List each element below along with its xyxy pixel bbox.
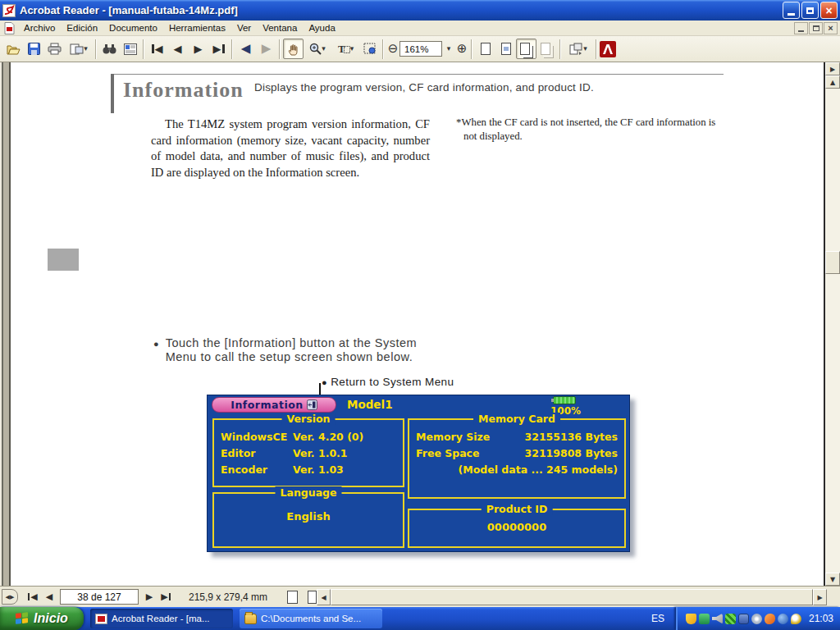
- zoom-level-input[interactable]: 161%: [399, 41, 442, 57]
- document-minimize-button[interactable]: [794, 22, 808, 34]
- search-magnifier-icon[interactable]: [791, 614, 801, 624]
- vertical-scrollbar: ▶ ▲ ▼: [825, 62, 840, 586]
- antivirus-icon[interactable]: [765, 614, 775, 624]
- find-button[interactable]: [99, 39, 120, 59]
- document-restore-button[interactable]: [809, 22, 823, 34]
- floppy-disk-icon: [28, 43, 40, 55]
- first-page-button[interactable]: ◀: [25, 589, 41, 605]
- bar-icon: [169, 593, 171, 600]
- menu-archivo[interactable]: Archivo: [18, 21, 61, 34]
- splitter-icon: ◀▶: [6, 594, 15, 600]
- menu-documento[interactable]: Documento: [103, 21, 163, 34]
- dropdown-icon: ▾: [350, 45, 354, 52]
- taskbar-item-acrobat[interactable]: Acrobat Reader - [ma...: [90, 609, 233, 628]
- previous-page-button[interactable]: ◀: [41, 589, 57, 605]
- zoom-out-button[interactable]: ⊖: [386, 39, 399, 59]
- adobe-logo[interactable]: [600, 41, 616, 57]
- version-legend: Version: [282, 413, 336, 425]
- menu-herramientas[interactable]: Herramientas: [163, 21, 231, 34]
- instruction-bullet: ● Touch the [Information] button at the …: [153, 336, 417, 364]
- vertical-scroll-thumb[interactable]: [825, 251, 840, 274]
- product-id-value: 00000000: [409, 521, 624, 533]
- facing-layout-button[interactable]: [536, 39, 557, 59]
- close-icon: ×: [825, 5, 832, 16]
- zoom-tool-button[interactable]: ▾: [304, 39, 331, 59]
- last-page-button[interactable]: ▶: [208, 39, 229, 59]
- task-label: Acrobat Reader - [ma...: [112, 614, 210, 623]
- minimize-button[interactable]: [783, 2, 800, 19]
- version-box: Version WindowsCE Ver. 4.20 (0) Editor V…: [212, 418, 404, 487]
- close-button[interactable]: ×: [820, 2, 838, 19]
- right-arrow-icon: ▶: [817, 594, 822, 601]
- menu-ventana[interactable]: Ventana: [257, 21, 303, 34]
- hand-tool-button[interactable]: [283, 39, 304, 59]
- memory-status-icon[interactable]: [725, 614, 736, 624]
- horizontal-scroll-thumb[interactable]: [331, 589, 813, 605]
- side-note-line2: not displayed.: [456, 130, 727, 144]
- left-arrow-icon: ◀: [321, 594, 326, 601]
- continuous-layout-button[interactable]: [495, 39, 516, 59]
- cd-burn-icon[interactable]: [751, 614, 762, 624]
- open-button[interactable]: [3, 39, 24, 59]
- next-page-icon: ▶: [146, 592, 153, 601]
- binoculars-icon: [103, 43, 116, 54]
- folder-task-icon: [244, 614, 257, 624]
- document-close-button[interactable]: ×: [824, 22, 838, 34]
- text-select-tool-button[interactable]: T ▾: [331, 39, 359, 59]
- section-rule: [111, 74, 724, 75]
- single-page-layout-button[interactable]: [287, 591, 298, 604]
- single-page-layout-button[interactable]: [475, 39, 495, 59]
- menu-ver[interactable]: Ver: [231, 21, 257, 34]
- zoom-in-button[interactable]: ⊕: [455, 39, 468, 59]
- first-page-button[interactable]: ◀: [147, 39, 167, 59]
- scroll-down-button[interactable]: ▼: [825, 573, 840, 586]
- network-icon[interactable]: [738, 614, 749, 624]
- acrobat-app-icon: [2, 4, 16, 17]
- nav-pane-toggle-button[interactable]: ▶: [825, 62, 840, 75]
- email-attach-button[interactable]: ▾: [65, 39, 93, 59]
- start-button[interactable]: Inicio: [0, 607, 84, 630]
- next-page-button[interactable]: ▶: [141, 589, 158, 605]
- next-page-button[interactable]: ▶: [188, 39, 208, 59]
- rotate-view-button[interactable]: ▾: [564, 39, 593, 59]
- update-globe-icon[interactable]: [778, 614, 788, 624]
- pdf-document-icon: [4, 22, 15, 34]
- print-button[interactable]: [44, 39, 65, 59]
- scroll-right-button[interactable]: ▶: [813, 589, 827, 605]
- volume-icon[interactable]: [712, 614, 723, 624]
- rotate-pages-icon: [569, 43, 583, 55]
- pane-splitter-button[interactable]: ◀▶: [2, 589, 18, 605]
- scroll-left-button[interactable]: ◀: [317, 589, 331, 605]
- page-number-input[interactable]: 38 de 127: [60, 589, 139, 605]
- messenger-icon[interactable]: [699, 614, 710, 624]
- zoom-dropdown-button[interactable]: ▾: [442, 39, 455, 59]
- last-page-button[interactable]: ▶: [158, 589, 174, 605]
- scroll-up-button[interactable]: ▲: [825, 75, 840, 89]
- vertical-scroll-track[interactable]: [825, 89, 840, 573]
- facing-pages-icon: [520, 43, 530, 55]
- menu-ayuda[interactable]: Ayuda: [303, 21, 340, 34]
- language-box: Language English: [212, 492, 404, 548]
- single-page-icon: [481, 43, 491, 55]
- go-forward-button[interactable]: ▶: [256, 39, 276, 59]
- zoom-level-value: 161%: [404, 44, 428, 54]
- bullet-icon: ●: [153, 339, 159, 364]
- menu-edicion[interactable]: Edición: [61, 21, 103, 34]
- open-folder-icon: [7, 43, 21, 55]
- restore-button[interactable]: [801, 2, 819, 19]
- snapshot-tool-button[interactable]: [359, 39, 380, 59]
- go-back-button[interactable]: ◀: [235, 39, 256, 59]
- taskbar-clock[interactable]: 21:03: [809, 613, 833, 624]
- forward-icon: ▶: [262, 43, 272, 55]
- text-select-icon: T: [337, 43, 350, 55]
- information-screen-button: Information: [212, 397, 336, 413]
- save-button[interactable]: [24, 39, 44, 59]
- language-indicator[interactable]: ES: [651, 613, 664, 624]
- search-results-button[interactable]: [120, 39, 140, 59]
- document-area: Information Displays the program version…: [0, 62, 840, 586]
- last-page-icon: ▶: [213, 43, 221, 54]
- security-shield-icon[interactable]: [686, 614, 696, 624]
- previous-page-button[interactable]: ◀: [167, 39, 188, 59]
- taskbar-item-explorer[interactable]: C:\Documents and Se...: [240, 609, 382, 628]
- continuous-facing-layout-button[interactable]: [516, 39, 536, 59]
